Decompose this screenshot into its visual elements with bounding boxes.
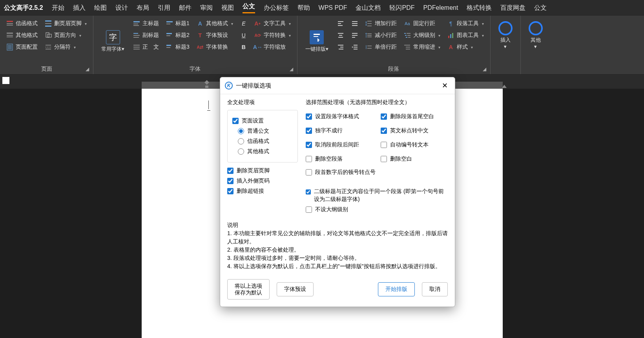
right-section-title: 选择范围处理项（无选择范围时处理全文） [306,99,448,106]
del-link-checkbox[interactable]: 删除超链接 [227,188,298,195]
subtitle-button[interactable]: 副标题 [131,31,161,40]
del-leading-checkbox[interactable]: 删除段落首尾空白 [381,113,448,120]
separator-button[interactable]: 分隔符 ▾ [42,42,89,52]
menu-review[interactable]: 审阅 [200,4,213,12]
radio-other[interactable]: 其他格式 [232,148,293,155]
page-setting-checkbox[interactable]: 页面设置 [232,117,293,124]
one-click-format-button[interactable]: 一键排版▾ [301,19,332,64]
page-config-button[interactable]: 页面配置 [4,42,40,52]
align-left-button[interactable] [335,19,347,28]
menu-mail[interactable]: 邮件 [179,4,192,12]
en-punct-checkbox[interactable]: 英文标点转中文 [381,127,448,134]
menu-design[interactable]: 设计 [115,4,128,12]
chart-tool-button[interactable]: 图表工具▾ [445,31,486,40]
menu-view[interactable]: 视图 [221,4,234,12]
merge-title-checkbox[interactable]: 二级标题与正文内容位于同一个段落 (即第一个句号前设为二级标题字体) [306,188,448,203]
outline-level-label: 大纲级别 [413,32,435,39]
auto-num-checkbox[interactable]: 自动编号转文本 [381,141,448,148]
letter-format-icon [6,20,13,27]
no-outline-checkbox[interactable]: 不设大纲级别 [306,206,448,213]
single-spacing-button[interactable]: 单倍行距 [363,42,399,52]
right-indent-marker-icon[interactable] [502,85,507,89]
ribbon-label-page: 页面 ◢ [4,64,89,73]
svg-rect-71 [205,86,208,88]
underline-button[interactable]: U [238,31,250,40]
menu-pdfelement[interactable]: PDFelement [423,4,458,11]
char-convert-button[interactable]: A⟳字符转换▾ [252,31,293,40]
insert-pageno-checkbox[interactable]: 插入外侧页码 [227,177,298,185]
radio-normal[interactable]: 普通公文 [232,128,293,135]
save-default-button[interactable]: 将以上选项保存为默认 [227,279,270,300]
menu-format-convert[interactable]: 格式转换 [467,4,492,12]
align-justify-button[interactable] [349,19,361,28]
del-header-footer-button[interactable]: 删页眉页脚 ▾ [42,19,89,28]
fixed-spacing-button[interactable]: Aa固定行距 [401,19,443,28]
svg-rect-9 [45,23,51,24]
menu-gongwen2[interactable]: 公文 [534,4,547,12]
menu-start[interactable]: 开始 [52,4,64,12]
menu-wpspdf[interactable]: WPS PDF [319,4,347,11]
single-char-checkbox[interactable]: 独字不成行 [306,127,373,134]
letter-format-button[interactable]: 信函格式 [4,19,40,28]
font-preset-button-dlg[interactable]: 字体预设 [277,282,314,296]
bold-button[interactable]: B [238,42,250,52]
pause-to-dot-checkbox[interactable]: 段首数字后的顿号转点号 [306,169,448,176]
menu-layout[interactable]: 布局 [137,4,149,12]
radio-letter[interactable]: 信函格式 [232,138,293,145]
del-space-checkbox[interactable]: 删除空白 [381,155,448,163]
dec-spacing-button[interactable]: 减小行距 [363,31,399,40]
set-para-font-checkbox[interactable]: 设置段落字体格式 [306,113,373,120]
menu-kingsoft[interactable]: 金山文档 [356,4,381,12]
launcher-icon[interactable]: ◢ [290,66,293,72]
menu-baidu[interactable]: 百度网盘 [500,4,525,12]
other-format-button[interactable]: 其他格式 [4,31,40,40]
style-label: 样式 [457,44,468,51]
del-header-checkbox[interactable]: 删除页眉页脚 [227,167,298,174]
font-replace-button[interactable]: A⇄字体替换 [194,42,235,52]
main-title-button[interactable]: 主标题 [131,19,161,28]
menu-help[interactable]: 帮助 [297,4,310,12]
style-button[interactable]: A样式▾ [445,42,486,52]
heading1-button[interactable]: 标题1 [164,19,192,28]
align-distribute-button[interactable] [349,31,361,40]
insert-button[interactable]: 插入▾ [494,19,516,53]
page-direction-button[interactable]: 页面方向 ▾ [42,31,89,40]
launcher-icon[interactable]: ◢ [483,66,486,72]
menu-reference[interactable]: 引用 [158,4,170,12]
other-button[interactable]: 其他▾ [525,19,547,53]
menu-insert[interactable]: 插入 [73,4,86,12]
launcher-icon[interactable]: ◢ [86,66,89,72]
cancel-button[interactable]: 取消 [422,282,448,296]
outline-level-button[interactable]: 大纲级别▾ [401,31,443,40]
italic-button[interactable]: E [238,19,250,28]
menu-draw[interactable]: 绘图 [94,4,107,12]
cancel-spacing-checkbox[interactable]: 取消段前段后间距 [306,141,373,148]
common-indent-button[interactable]: 常用缩进▾ [401,42,443,52]
menu-gongwen[interactable]: 公文 [243,2,255,13]
body-text-button[interactable]: 正 文 [131,42,161,52]
menu-lightpdf[interactable]: 轻闪PDF [389,4,414,12]
svg-rect-68 [448,36,449,38]
font-preset-button[interactable]: T字体预设 [194,31,235,40]
align-left-icon [337,20,344,27]
char-zoom-button[interactable]: A↔字符缩放 [252,42,293,52]
heading3-button[interactable]: 标题3 [164,42,192,52]
text-tool-button[interactable]: A✦文字工具▾ [252,19,293,28]
start-format-button[interactable]: 开始排版 [378,282,415,296]
menu-office-tag[interactable]: 办公标签 [264,4,289,12]
para-tool-button[interactable]: ¶段落工具▾ [445,19,486,28]
common-font-button[interactable]: 字 常用字体▾ [97,19,128,64]
underline-icon: U [240,32,247,39]
indent-button[interactable] [349,42,361,52]
other-font-format-button[interactable]: A其他格式▾ [194,19,235,28]
explain-line-1: 1. 本功能主要针对常见公文的辅助排版，对论文等其他格式公文不一定完全适用，排版… [227,229,448,246]
close-button[interactable]: ✕ [440,80,450,91]
indent-marker-icon[interactable] [204,80,209,89]
align-right-button[interactable] [335,42,347,52]
heading2-button[interactable]: 标题2 [164,31,192,40]
inc-spacing-button[interactable]: 增加行距 [363,19,399,28]
align-justify-icon [351,20,358,27]
del-empty-para-checkbox[interactable]: 删除空段落 [306,155,373,163]
align-center-button[interactable] [335,31,347,40]
chart-tool-label: 图表工具 [457,32,479,39]
